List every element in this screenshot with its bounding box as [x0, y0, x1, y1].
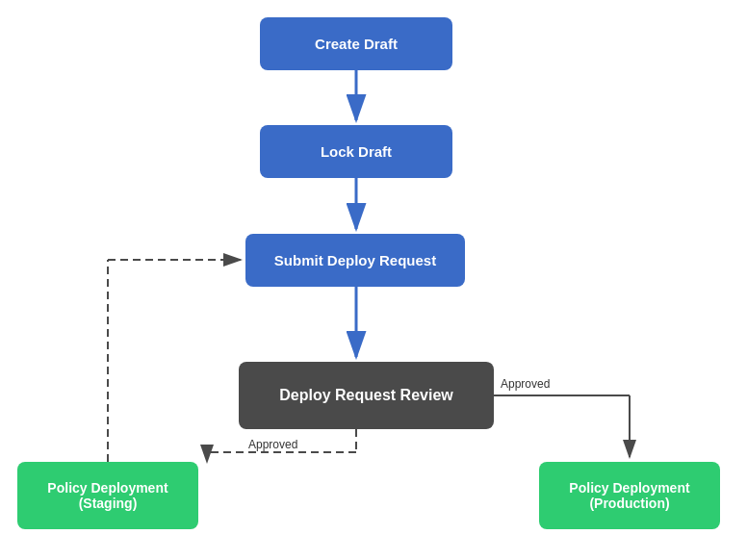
submit-deploy-node: Submit Deploy Request — [245, 234, 465, 287]
deploy-review-node: Deploy Request Review — [239, 362, 494, 429]
approved-right-label: Approved — [501, 377, 550, 391]
policy-production-node: Policy Deployment (Production) — [539, 462, 720, 529]
lock-draft-node: Lock Draft — [260, 125, 452, 178]
create-draft-node: Create Draft — [260, 17, 452, 70]
approved-left-label: Approved — [248, 438, 297, 451]
diagram: Create Draft Lock Draft Submit Deploy Re… — [0, 0, 747, 560]
policy-staging-node: Policy Deployment (Staging) — [17, 462, 198, 529]
